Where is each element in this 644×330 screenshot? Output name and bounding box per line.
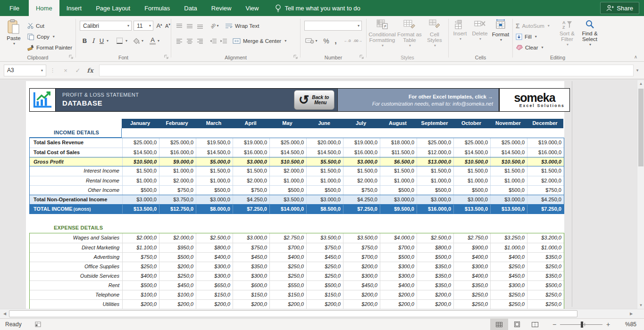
row-label[interactable]: Gross Profit: [30, 157, 122, 166]
copy-dropdown-arrow[interactable]: ▾: [53, 34, 55, 39]
cell[interactable]: $14.500,0: [306, 148, 343, 157]
row-label[interactable]: Utilities: [30, 300, 122, 309]
cell[interactable]: $400,0: [122, 272, 159, 280]
cell[interactable]: $250,0: [306, 262, 343, 271]
cell[interactable]: $3.200,0: [527, 233, 564, 243]
cell[interactable]: $500,0: [306, 281, 343, 290]
cell[interactable]: $2.750,0: [269, 233, 306, 243]
cell[interactable]: $750,0: [527, 186, 564, 195]
cell[interactable]: $200,0: [159, 300, 196, 309]
cell[interactable]: $14.500,0: [196, 148, 233, 157]
cell[interactable]: $200,0: [380, 300, 417, 309]
tab-home[interactable]: Home: [29, 0, 59, 16]
month-header-cell[interactable]: September: [416, 119, 453, 128]
cell[interactable]: $8.000,0: [196, 205, 233, 214]
tab-review[interactable]: Review: [204, 0, 239, 16]
tab-insert[interactable]: Insert: [59, 0, 89, 16]
align-right-button[interactable]: [195, 36, 205, 46]
scroll-down-arrow[interactable]: ▼: [637, 302, 644, 309]
collapse-ribbon-button[interactable]: ∧: [634, 54, 637, 59]
cell[interactable]: $9.500,0: [380, 205, 417, 214]
underline-dropdown-arrow[interactable]: ▾: [104, 36, 110, 46]
cell[interactable]: $750,0: [306, 243, 343, 252]
vertical-scrollbar[interactable]: ▲ ▼: [637, 80, 644, 309]
cell[interactable]: $250,0: [453, 300, 490, 309]
cell[interactable]: $8.500,0: [306, 205, 343, 214]
cell[interactable]: $250,0: [453, 290, 490, 299]
cell[interactable]: $900,0: [453, 243, 490, 252]
cell[interactable]: $25.000,0: [453, 138, 490, 148]
cell[interactable]: $650,0: [196, 281, 233, 290]
cell[interactable]: $4.250,0: [527, 195, 564, 204]
cell[interactable]: $1.000,0: [159, 166, 196, 176]
copy-button[interactable]: Copy ▾: [27, 32, 55, 41]
cell[interactable]: $400,0: [196, 253, 233, 262]
page-layout-view-button[interactable]: [508, 319, 526, 330]
cell[interactable]: $300,0: [196, 272, 233, 280]
cut-button[interactable]: Cut: [27, 21, 44, 31]
fill-dropdown-arrow[interactable]: ▾: [535, 34, 537, 39]
insert-cells-button[interactable]: Insert ▾: [451, 19, 469, 57]
horizontal-scrollbar[interactable]: ◀ ▶: [0, 309, 644, 318]
cell[interactable]: $400,0: [490, 253, 527, 262]
section-header-income[interactable]: INCOME DETAILS: [29, 128, 122, 138]
cell[interactable]: $1.000,0: [453, 176, 490, 185]
cell[interactable]: $3.000,0: [380, 195, 417, 204]
scroll-right-arrow[interactable]: ▶: [627, 310, 635, 318]
cell[interactable]: $500,0: [269, 186, 306, 195]
cell[interactable]: $1.500,0: [380, 166, 417, 176]
font-size-combo[interactable]: 11▾: [134, 21, 153, 31]
section-header-expense[interactable]: EXPENSE DETAILS: [29, 223, 122, 233]
cell[interactable]: $3.000,0: [196, 195, 233, 204]
cell[interactable]: $400,0: [453, 253, 490, 262]
cell[interactable]: $13.500,0: [122, 205, 159, 214]
tab-view[interactable]: View: [238, 0, 266, 16]
cell[interactable]: $5.500,0: [306, 157, 343, 166]
number-format-combo[interactable]: ▾: [304, 21, 362, 31]
align-top-button[interactable]: [174, 21, 184, 31]
cell[interactable]: $600,0: [233, 281, 269, 290]
cell[interactable]: $1.500,0: [122, 166, 159, 176]
clear-dropdown-arrow[interactable]: ▾: [541, 45, 543, 50]
name-box[interactable]: A3 ▾: [4, 65, 46, 76]
cell[interactable]: $950,0: [159, 243, 196, 252]
cell[interactable]: $1.000,0: [380, 176, 417, 185]
insert-function-button[interactable]: fx: [84, 65, 96, 76]
cell[interactable]: $200,0: [306, 300, 343, 309]
cell[interactable]: $7.250,0: [527, 205, 564, 214]
cell[interactable]: $14.500,0: [122, 148, 159, 157]
cell-styles-dropdown-arrow[interactable]: ▾: [434, 43, 436, 49]
cell[interactable]: $2.000,0: [122, 233, 159, 243]
cell[interactable]: $350,0: [527, 253, 564, 262]
cell[interactable]: $19.500,0: [196, 138, 233, 148]
month-header-cell[interactable]: December: [527, 119, 563, 128]
cell[interactable]: $1.000,0: [196, 176, 233, 185]
cell[interactable]: $14.500,0: [490, 148, 527, 157]
cell[interactable]: $250,0: [269, 262, 306, 271]
cell[interactable]: $200,0: [159, 262, 196, 271]
cell[interactable]: $1.100,0: [122, 243, 159, 252]
cell[interactable]: $100,0: [159, 290, 196, 299]
cell[interactable]: $1.500,0: [233, 166, 269, 176]
cell[interactable]: $500,0: [417, 253, 453, 262]
cell[interactable]: $700,0: [343, 253, 380, 262]
tab-file[interactable]: File: [0, 0, 29, 16]
templates-link[interactable]: For other Excel templates, click →: [409, 94, 493, 99]
share-button[interactable]: Share: [600, 2, 639, 14]
row-label[interactable]: TOTAL INCOME (GROSS): [30, 205, 122, 214]
cell[interactable]: $25.000,0: [122, 138, 159, 148]
cell[interactable]: $400,0: [380, 281, 417, 290]
cell[interactable]: $350,0: [453, 281, 490, 290]
cell[interactable]: $400,0: [453, 272, 490, 280]
cell[interactable]: $300,0: [233, 272, 269, 280]
month-header-cell[interactable]: October: [453, 119, 490, 128]
month-header-cell[interactable]: January: [122, 119, 159, 128]
cell[interactable]: $19.000,0: [233, 138, 269, 148]
cell[interactable]: $14.500,0: [453, 148, 490, 157]
cell[interactable]: $750,0: [122, 253, 159, 262]
row-label[interactable]: Rental Income: [30, 176, 122, 185]
cell[interactable]: $150,0: [306, 290, 343, 299]
cell[interactable]: $3.500,0: [343, 233, 380, 243]
cell[interactable]: $300,0: [453, 262, 490, 271]
cell[interactable]: $700,0: [380, 243, 417, 252]
